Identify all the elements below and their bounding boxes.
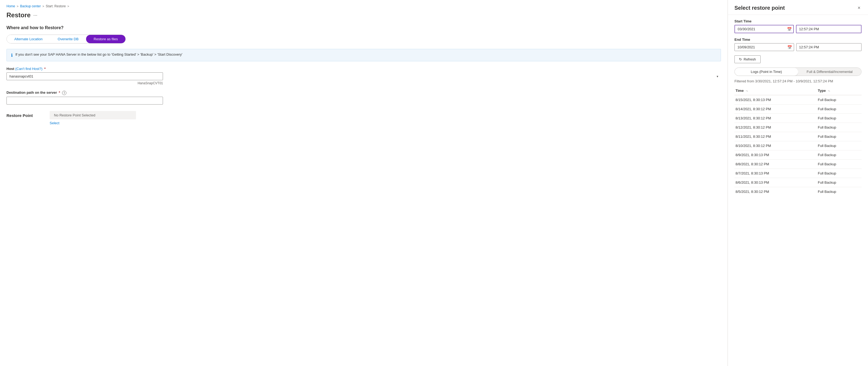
host-required-indicator: * bbox=[44, 67, 45, 71]
table-row[interactable]: 8/6/2021, 8:30:13 PMFull Backup bbox=[735, 178, 862, 187]
cell-time: 8/12/2021, 8:30:12 PM bbox=[735, 123, 817, 132]
col-time[interactable]: Time ↑↓ bbox=[735, 86, 817, 95]
dropdown-arrow-icon: ▾ bbox=[717, 75, 718, 78]
restore-points-table: Time ↑↓ Type ↑↓ 8/15/2021, 8:30:13 PMFul… bbox=[735, 86, 862, 196]
cell-time: 8/14/2021, 8:30:12 PM bbox=[735, 105, 817, 114]
destination-required-indicator: * bbox=[59, 90, 60, 94]
table-row[interactable]: 8/14/2021, 8:30:12 PMFull Backup bbox=[735, 105, 862, 114]
host-dropdown[interactable]: hanasnapcvt01 bbox=[6, 73, 163, 80]
cell-type: Full Backup bbox=[817, 150, 862, 160]
destination-input[interactable] bbox=[6, 97, 163, 105]
cell-time: 8/8/2021, 8:30:12 PM bbox=[735, 160, 817, 169]
start-time-row: 📅 bbox=[735, 25, 862, 33]
type-sort-icon: ↑↓ bbox=[828, 90, 830, 92]
table-row[interactable]: 8/8/2021, 8:30:12 PMFull Backup bbox=[735, 160, 862, 169]
table-row[interactable]: 8/7/2021, 8:30:13 PMFull Backup bbox=[735, 169, 862, 178]
toggle-full[interactable]: Full & Differential/Incremental bbox=[798, 68, 862, 76]
tab-group: Alternate Location Overwrite DB Restore … bbox=[6, 34, 126, 44]
start-time-input[interactable] bbox=[796, 25, 862, 33]
table-row[interactable]: 8/5/2021, 8:30:12 PMFull Backup bbox=[735, 187, 862, 196]
table-row[interactable]: 8/10/2021, 8:30:12 PMFull Backup bbox=[735, 141, 862, 150]
col-type[interactable]: Type ↑↓ bbox=[817, 86, 862, 95]
table-row[interactable]: 8/13/2021, 8:30:12 PMFull Backup bbox=[735, 114, 862, 123]
filter-text: Filtered from 3/30/2021, 12:57:24 PM - 1… bbox=[735, 79, 862, 83]
cell-type: Full Backup bbox=[817, 169, 862, 178]
right-panel-body: Start Time 📅 End Time 📅 ↻ bbox=[728, 15, 868, 366]
end-time-input[interactable] bbox=[796, 43, 862, 51]
end-date-wrap: 📅 bbox=[735, 43, 794, 51]
cell-type: Full Backup bbox=[817, 114, 862, 123]
table-row[interactable]: 8/12/2021, 8:30:12 PMFull Backup bbox=[735, 123, 862, 132]
close-button[interactable]: × bbox=[857, 4, 862, 11]
host-hint: HanaSnapCVT01 bbox=[6, 81, 163, 85]
restore-point-select-link[interactable]: Select bbox=[50, 121, 136, 125]
section-title: Where and how to Restore? bbox=[6, 25, 721, 30]
table-row[interactable]: 8/15/2021, 8:30:13 PMFull Backup bbox=[735, 95, 862, 105]
toggle-logs[interactable]: Logs (Point in Time) bbox=[735, 68, 798, 76]
cell-type: Full Backup bbox=[817, 187, 862, 196]
refresh-icon: ↻ bbox=[739, 57, 742, 61]
page-title-menu[interactable]: ··· bbox=[33, 12, 37, 18]
cant-find-host-link[interactable]: (Can't find Host?) bbox=[16, 67, 43, 71]
cell-type: Full Backup bbox=[817, 141, 862, 150]
cell-time: 8/11/2021, 8:30:12 PM bbox=[735, 132, 817, 141]
right-panel: Select restore point × Start Time 📅 End … bbox=[728, 0, 868, 366]
cell-time: 8/6/2021, 8:30:13 PM bbox=[735, 178, 817, 187]
cell-time: 8/10/2021, 8:30:12 PM bbox=[735, 141, 817, 150]
breadcrumb: Home > Backup center > Start: Restore > bbox=[6, 4, 721, 8]
tab-overwrite-db[interactable]: Overwrite DB bbox=[50, 35, 86, 43]
cell-type: Full Backup bbox=[817, 160, 862, 169]
breadcrumb-current: Start: Restore bbox=[46, 4, 66, 8]
refresh-button[interactable]: ↻ Refresh bbox=[735, 55, 761, 63]
cell-time: 8/5/2021, 8:30:12 PM bbox=[735, 187, 817, 196]
breadcrumb-home[interactable]: Home bbox=[6, 4, 15, 8]
toggle-group: Logs (Point in Time) Full & Differential… bbox=[735, 67, 862, 76]
host-field-group: Host (Can't find Host?) * hanasnapcvt01 … bbox=[6, 67, 721, 85]
cell-time: 8/9/2021, 8:30:13 PM bbox=[735, 150, 817, 160]
time-sort-icon: ↑↓ bbox=[746, 90, 748, 92]
start-date-wrap: 📅 bbox=[735, 25, 794, 33]
host-dropdown-wrap: hanasnapcvt01 ▾ bbox=[6, 73, 721, 80]
start-time-label: Start Time bbox=[735, 19, 862, 23]
tab-alternate-location[interactable]: Alternate Location bbox=[7, 35, 50, 43]
breadcrumb-sep-1: > bbox=[17, 5, 18, 8]
cell-type: Full Backup bbox=[817, 132, 862, 141]
end-time-section: End Time 📅 bbox=[735, 37, 862, 51]
info-box: ℹ If you don't see your SAP HANA Server … bbox=[6, 49, 721, 61]
breadcrumb-backup-center[interactable]: Backup center bbox=[20, 4, 41, 8]
table-row[interactable]: 8/11/2021, 8:30:12 PMFull Backup bbox=[735, 132, 862, 141]
end-date-input[interactable] bbox=[735, 43, 794, 51]
restore-point-section: Restore Point No Restore Point Selected … bbox=[6, 111, 721, 125]
cell-type: Full Backup bbox=[817, 95, 862, 105]
cell-time: 8/15/2021, 8:30:13 PM bbox=[735, 95, 817, 105]
destination-label: Destination path on the server * i bbox=[6, 90, 721, 95]
cell-time: 8/13/2021, 8:30:12 PM bbox=[735, 114, 817, 123]
breadcrumb-sep-3: > bbox=[67, 5, 69, 8]
cell-type: Full Backup bbox=[817, 123, 862, 132]
cell-type: Full Backup bbox=[817, 178, 862, 187]
cell-type: Full Backup bbox=[817, 105, 862, 114]
info-icon: ℹ bbox=[11, 53, 13, 58]
restore-point-value-group: No Restore Point Selected Select bbox=[50, 111, 136, 125]
refresh-label: Refresh bbox=[744, 57, 756, 61]
start-time-section: Start Time 📅 bbox=[735, 19, 862, 33]
info-text: If you don't see your SAP HANA Server in… bbox=[16, 52, 182, 56]
start-date-input[interactable] bbox=[735, 25, 794, 33]
cell-time: 8/7/2021, 8:30:13 PM bbox=[735, 169, 817, 178]
destination-info-icon[interactable]: i bbox=[62, 91, 66, 95]
page-title: Restore bbox=[6, 11, 30, 19]
left-panel: Home > Backup center > Start: Restore > … bbox=[0, 0, 728, 366]
table-row[interactable]: 8/9/2021, 8:30:13 PMFull Backup bbox=[735, 150, 862, 160]
breadcrumb-sep-2: > bbox=[42, 5, 44, 8]
tab-restore-as-files[interactable]: Restore as files bbox=[86, 35, 125, 43]
host-label: Host (Can't find Host?) * bbox=[6, 67, 721, 71]
restore-point-label: Restore Point bbox=[6, 111, 44, 118]
page-title-row: Restore ··· bbox=[6, 11, 721, 19]
end-time-row: 📅 bbox=[735, 43, 862, 51]
end-time-label: End Time bbox=[735, 37, 862, 41]
restore-point-value: No Restore Point Selected bbox=[50, 111, 136, 119]
destination-field-group: Destination path on the server * i bbox=[6, 90, 721, 105]
right-panel-header: Select restore point × bbox=[728, 0, 868, 15]
right-panel-title: Select restore point bbox=[735, 5, 785, 11]
